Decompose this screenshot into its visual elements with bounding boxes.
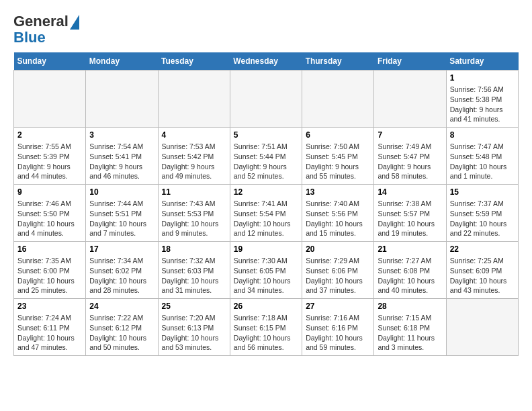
day-number: 10 [89,187,154,197]
weekday-header-thursday: Thursday [302,52,374,71]
day-info: Sunrise: 7:30 AM Sunset: 6:05 PM Dayligh… [234,256,298,295]
day-number: 6 [306,130,370,140]
calendar-week-2: 2Sunrise: 7:55 AM Sunset: 5:39 PM Daylig… [14,128,519,185]
day-number: 28 [378,302,442,311]
calendar-week-5: 23Sunrise: 7:24 AM Sunset: 6:11 PM Dayli… [14,299,519,356]
calendar-cell: 2Sunrise: 7:55 AM Sunset: 5:39 PM Daylig… [14,128,86,185]
day-number: 25 [162,302,226,311]
weekday-header-sunday: Sunday [14,52,86,71]
calendar-cell: 7Sunrise: 7:49 AM Sunset: 5:47 PM Daylig… [374,128,446,185]
day-info: Sunrise: 7:29 AM Sunset: 6:06 PM Dayligh… [306,256,370,295]
day-info: Sunrise: 7:35 AM Sunset: 6:00 PM Dayligh… [17,256,82,295]
day-info: Sunrise: 7:18 AM Sunset: 6:15 PM Dayligh… [234,313,298,353]
calendar-cell: 8Sunrise: 7:47 AM Sunset: 5:48 PM Daylig… [446,128,518,185]
day-info: Sunrise: 7:40 AM Sunset: 5:56 PM Dayligh… [306,199,370,238]
calendar-cell: 26Sunrise: 7:18 AM Sunset: 6:15 PM Dayli… [230,299,302,356]
calendar-cell: 20Sunrise: 7:29 AM Sunset: 6:06 PM Dayli… [302,242,374,299]
day-number: 8 [450,130,515,140]
day-info: Sunrise: 7:32 AM Sunset: 6:03 PM Dayligh… [162,256,226,295]
day-number: 12 [234,187,298,197]
calendar-cell: 25Sunrise: 7:20 AM Sunset: 6:13 PM Dayli… [158,299,230,356]
day-number: 4 [162,130,226,140]
calendar-cell: 15Sunrise: 7:37 AM Sunset: 5:59 PM Dayli… [446,185,518,242]
day-info: Sunrise: 7:27 AM Sunset: 6:08 PM Dayligh… [378,256,442,295]
day-info: Sunrise: 7:24 AM Sunset: 6:11 PM Dayligh… [17,313,82,353]
logo-general: General [13,13,69,30]
weekday-header-friday: Friday [374,52,446,71]
calendar-header-row: SundayMondayTuesdayWednesdayThursdayFrid… [14,52,519,71]
calendar-cell: 3Sunrise: 7:54 AM Sunset: 5:41 PM Daylig… [86,128,158,185]
day-info: Sunrise: 7:51 AM Sunset: 5:44 PM Dayligh… [234,142,298,181]
day-number: 11 [162,187,226,197]
day-info: Sunrise: 7:49 AM Sunset: 5:47 PM Dayligh… [378,142,442,181]
day-number: 3 [89,130,154,140]
weekday-header-tuesday: Tuesday [158,52,230,71]
calendar-cell: 28Sunrise: 7:15 AM Sunset: 6:18 PM Dayli… [374,299,446,356]
calendar-cell: 11Sunrise: 7:43 AM Sunset: 5:53 PM Dayli… [158,185,230,242]
day-info: Sunrise: 7:50 AM Sunset: 5:45 PM Dayligh… [306,142,370,181]
day-info: Sunrise: 7:16 AM Sunset: 6:16 PM Dayligh… [306,313,370,353]
day-info: Sunrise: 7:44 AM Sunset: 5:51 PM Dayligh… [89,199,154,238]
day-number: 18 [162,244,226,254]
calendar-table: SundayMondayTuesdayWednesdayThursdayFrid… [13,52,519,356]
day-info: Sunrise: 7:34 AM Sunset: 6:02 PM Dayligh… [89,256,154,295]
day-number: 15 [450,187,515,197]
day-number: 19 [234,244,298,254]
day-number: 2 [17,130,82,140]
calendar-cell: 10Sunrise: 7:44 AM Sunset: 5:51 PM Dayli… [86,185,158,242]
day-info: Sunrise: 7:55 AM Sunset: 5:39 PM Dayligh… [17,142,82,181]
day-info: Sunrise: 7:43 AM Sunset: 5:53 PM Dayligh… [162,199,226,238]
calendar-cell: 13Sunrise: 7:40 AM Sunset: 5:56 PM Dayli… [302,185,374,242]
calendar-cell: 5Sunrise: 7:51 AM Sunset: 5:44 PM Daylig… [230,128,302,185]
calendar-cell: 23Sunrise: 7:24 AM Sunset: 6:11 PM Dayli… [14,299,86,356]
day-number: 21 [378,244,442,254]
calendar-cell: 6Sunrise: 7:50 AM Sunset: 5:45 PM Daylig… [302,128,374,185]
day-number: 16 [17,244,82,254]
calendar-cell: 21Sunrise: 7:27 AM Sunset: 6:08 PM Dayli… [374,242,446,299]
day-number: 24 [89,302,154,311]
weekday-header-wednesday: Wednesday [230,52,302,71]
calendar-cell: 12Sunrise: 7:41 AM Sunset: 5:54 PM Dayli… [230,185,302,242]
logo-triangle-icon [70,15,79,30]
day-number: 17 [89,244,154,254]
day-info: Sunrise: 7:56 AM Sunset: 5:38 PM Dayligh… [450,85,515,124]
day-number: 14 [378,187,442,197]
day-info: Sunrise: 7:46 AM Sunset: 5:50 PM Dayligh… [17,199,82,238]
calendar-week-3: 9Sunrise: 7:46 AM Sunset: 5:50 PM Daylig… [14,185,519,242]
day-number: 7 [378,130,442,140]
day-info: Sunrise: 7:38 AM Sunset: 5:57 PM Dayligh… [378,199,442,238]
calendar-cell: 22Sunrise: 7:25 AM Sunset: 6:09 PM Dayli… [446,242,518,299]
day-info: Sunrise: 7:41 AM Sunset: 5:54 PM Dayligh… [234,199,298,238]
day-info: Sunrise: 7:54 AM Sunset: 5:41 PM Dayligh… [89,142,154,181]
day-number: 9 [17,187,82,197]
day-info: Sunrise: 7:25 AM Sunset: 6:09 PM Dayligh… [450,256,515,295]
calendar-cell: 16Sunrise: 7:35 AM Sunset: 6:00 PM Dayli… [14,242,86,299]
day-info: Sunrise: 7:22 AM Sunset: 6:12 PM Dayligh… [89,313,154,353]
day-number: 26 [234,302,298,311]
day-number: 23 [17,302,82,311]
calendar-cell: 27Sunrise: 7:16 AM Sunset: 6:16 PM Dayli… [302,299,374,356]
day-info: Sunrise: 7:47 AM Sunset: 5:48 PM Dayligh… [450,142,515,181]
day-info: Sunrise: 7:53 AM Sunset: 5:42 PM Dayligh… [162,142,226,181]
calendar-cell: 19Sunrise: 7:30 AM Sunset: 6:05 PM Dayli… [230,242,302,299]
calendar-cell: 24Sunrise: 7:22 AM Sunset: 6:12 PM Dayli… [86,299,158,356]
calendar-cell: 9Sunrise: 7:46 AM Sunset: 5:50 PM Daylig… [14,185,86,242]
calendar-cell: 17Sunrise: 7:34 AM Sunset: 6:02 PM Dayli… [86,242,158,299]
calendar-cell [446,299,518,356]
day-number: 5 [234,130,298,140]
calendar-cell [14,71,86,128]
calendar-cell [86,71,158,128]
logo: General Blue [13,13,79,46]
weekday-header-saturday: Saturday [446,52,518,71]
day-number: 1 [450,73,515,83]
calendar-week-1: 1Sunrise: 7:56 AM Sunset: 5:38 PM Daylig… [14,71,519,128]
logo-blue: Blue [13,30,46,46]
day-info: Sunrise: 7:37 AM Sunset: 5:59 PM Dayligh… [450,199,515,238]
calendar-cell: 4Sunrise: 7:53 AM Sunset: 5:42 PM Daylig… [158,128,230,185]
day-info: Sunrise: 7:15 AM Sunset: 6:18 PM Dayligh… [378,313,442,353]
weekday-header-monday: Monday [86,52,158,71]
calendar-cell: 14Sunrise: 7:38 AM Sunset: 5:57 PM Dayli… [374,185,446,242]
calendar-week-4: 16Sunrise: 7:35 AM Sunset: 6:00 PM Dayli… [14,242,519,299]
day-number: 22 [450,244,515,254]
calendar-cell [302,71,374,128]
